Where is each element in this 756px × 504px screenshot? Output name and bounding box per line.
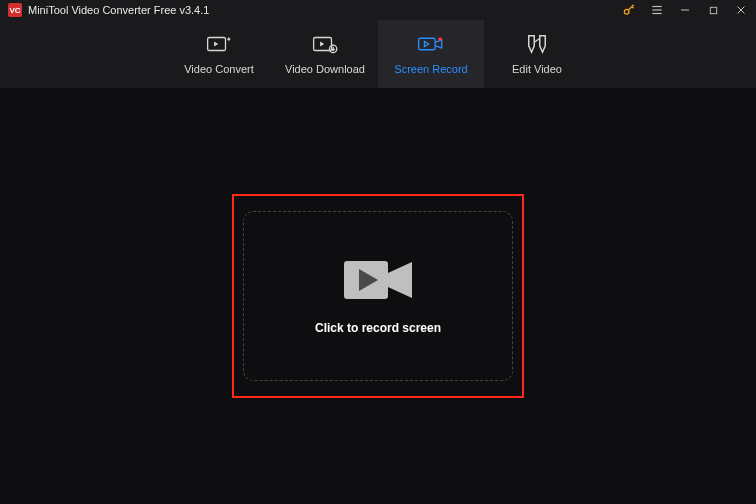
tab-screen-record[interactable]: Screen Record bbox=[378, 20, 484, 88]
close-button[interactable] bbox=[734, 3, 748, 17]
tab-video-convert[interactable]: Video Convert bbox=[166, 20, 272, 88]
app-logo: VC bbox=[8, 3, 22, 17]
tab-edit-video[interactable]: Edit Video bbox=[484, 20, 590, 88]
tab-label: Video Download bbox=[285, 63, 365, 75]
svg-marker-9 bbox=[214, 42, 218, 47]
camera-icon bbox=[342, 257, 414, 303]
tab-video-download[interactable]: Video Download bbox=[272, 20, 378, 88]
svg-rect-13 bbox=[419, 38, 435, 50]
menu-icon[interactable] bbox=[650, 3, 664, 17]
svg-point-0 bbox=[624, 9, 629, 14]
svg-marker-11 bbox=[320, 42, 324, 47]
svg-marker-17 bbox=[388, 262, 412, 298]
video-download-icon bbox=[312, 33, 338, 55]
record-prompt-label: Click to record screen bbox=[315, 321, 441, 335]
main-area: Click to record screen bbox=[0, 88, 756, 504]
upgrade-key-icon[interactable] bbox=[622, 3, 636, 17]
window-controls bbox=[622, 3, 748, 17]
annotation-highlight: Click to record screen bbox=[232, 194, 524, 398]
svg-marker-14 bbox=[424, 42, 428, 47]
navbar: Video Convert Video Download bbox=[0, 20, 756, 88]
screen-record-icon bbox=[417, 33, 445, 55]
svg-rect-5 bbox=[710, 7, 716, 13]
titlebar: VC MiniTool Video Converter Free v3.4.1 bbox=[0, 0, 756, 20]
minimize-button[interactable] bbox=[678, 3, 692, 17]
tab-label: Edit Video bbox=[512, 63, 562, 75]
record-screen-button[interactable]: Click to record screen bbox=[243, 211, 513, 381]
video-convert-icon bbox=[206, 33, 232, 55]
svg-point-15 bbox=[438, 37, 442, 41]
maximize-button[interactable] bbox=[706, 3, 720, 17]
edit-video-icon bbox=[526, 33, 548, 55]
tab-label: Screen Record bbox=[394, 63, 467, 75]
tab-label: Video Convert bbox=[184, 63, 254, 75]
app-title: MiniTool Video Converter Free v3.4.1 bbox=[28, 4, 209, 16]
